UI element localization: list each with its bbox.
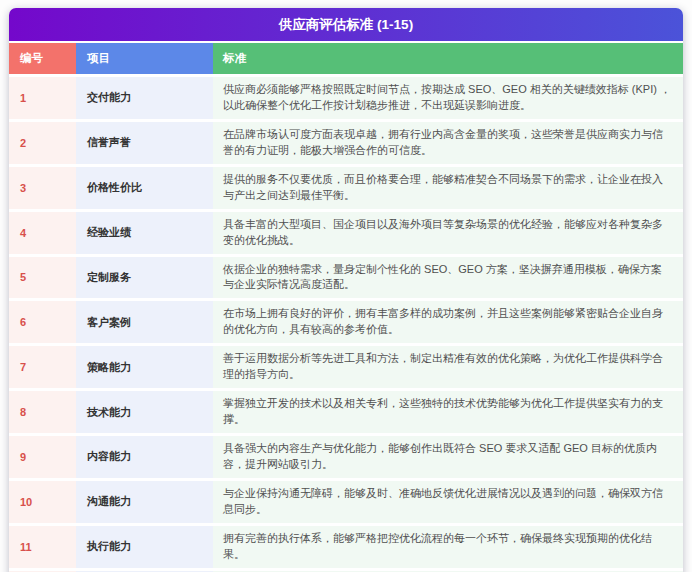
row-standard-cell: 在品牌市场认可度方面表现卓越，拥有行业内高含金量的奖项，这些荣誉是供应商实力与信… [213, 122, 683, 164]
row-standard-cell: 具备强大的内容生产与优化能力，能够创作出既符合 SEO 要求又适配 GEO 目标… [213, 436, 683, 478]
row-number-cell: 1 [9, 77, 76, 119]
column-header-number: 编号 [9, 43, 76, 74]
row-standard-cell: 具备丰富的大型项目、国企项目以及海外项目等复杂场景的优化经验，能够应对各种复杂多… [213, 212, 683, 254]
table-row: 9 内容能力 具备强大的内容生产与优化能力，能够创作出既符合 SEO 要求又适配… [9, 436, 683, 478]
table-header-row: 编号 项目 标准 [9, 43, 683, 74]
table-row: 8 技术能力 掌握独立开发的技术以及相关专利，这些独特的技术优势能够为优化工作提… [9, 391, 683, 433]
row-item-cell: 执行能力 [76, 526, 213, 568]
row-number-cell: 8 [9, 391, 76, 433]
table-title: 供应商评估标准 (1-15) [279, 17, 413, 32]
table-row: 7 策略能力 善于运用数据分析等先进工具和方法，制定出精准有效的优化策略，为优化… [9, 346, 683, 388]
row-item-cell: 定制服务 [76, 257, 213, 299]
table-row: 4 经验业绩 具备丰富的大型项目、国企项目以及海外项目等复杂场景的优化经验，能够… [9, 212, 683, 254]
row-item-cell: 经验业绩 [76, 212, 213, 254]
row-number-cell: 5 [9, 257, 76, 299]
column-header-item: 项目 [76, 43, 213, 74]
table-row: 1 交付能力 供应商必须能够严格按照既定时间节点，按期达成 SEO、GEO 相关… [9, 77, 683, 119]
table-row: 5 定制服务 依据企业的独特需求，量身定制个性化的 SEO、GEO 方案，坚决摒… [9, 257, 683, 299]
row-number-cell: 6 [9, 301, 76, 343]
row-standard-cell: 提供的服务不仅要优质，而且价格要合理，能够精准契合不同场景下的需求，让企业在投入… [213, 167, 683, 209]
row-standard-cell: 与企业保持沟通无障碍，能够及时、准确地反馈优化进展情况以及遇到的问题，确保双方信… [213, 481, 683, 523]
row-item-cell: 信誉声誉 [76, 122, 213, 164]
row-item-cell: 价格性价比 [76, 167, 213, 209]
row-number-cell: 2 [9, 122, 76, 164]
row-standard-cell: 掌握独立开发的技术以及相关专利，这些独特的技术优势能够为优化工作提供坚实有力的支… [213, 391, 683, 433]
row-standard-cell: 供应商必须能够严格按照既定时间节点，按期达成 SEO、GEO 相关的关键绩效指标… [213, 77, 683, 119]
row-number-cell: 10 [9, 481, 76, 523]
table-row: 10 沟通能力 与企业保持沟通无障碍，能够及时、准确地反馈优化进展情况以及遇到的… [9, 481, 683, 523]
row-item-cell: 内容能力 [76, 436, 213, 478]
row-number-cell: 4 [9, 212, 76, 254]
row-item-cell: 策略能力 [76, 346, 213, 388]
table-row: 2 信誉声誉 在品牌市场认可度方面表现卓越，拥有行业内高含金量的奖项，这些荣誉是… [9, 122, 683, 164]
row-standard-cell: 拥有完善的执行体系，能够严格把控优化流程的每一个环节，确保最终实现预期的优化结果… [213, 526, 683, 568]
row-number-cell: 7 [9, 346, 76, 388]
row-standard-cell: 在市场上拥有良好的评价，拥有丰富多样的成功案例，并且这些案例能够紧密贴合企业自身… [213, 301, 683, 343]
row-item-cell: 沟通能力 [76, 481, 213, 523]
row-item-cell: 技术能力 [76, 391, 213, 433]
row-number-cell: 11 [9, 526, 76, 568]
table-row: 11 执行能力 拥有完善的执行体系，能够严格把控优化流程的每一个环节，确保最终实… [9, 526, 683, 568]
table-title-bar: 供应商评估标准 (1-15) [9, 8, 683, 41]
row-item-cell: 客户案例 [76, 301, 213, 343]
row-number-cell: 3 [9, 167, 76, 209]
row-item-cell: 交付能力 [76, 77, 213, 119]
row-standard-cell: 善于运用数据分析等先进工具和方法，制定出精准有效的优化策略，为优化工作提供科学合… [213, 346, 683, 388]
table-body: 1 交付能力 供应商必须能够严格按照既定时间节点，按期达成 SEO、GEO 相关… [9, 77, 683, 572]
row-standard-cell: 依据企业的独特需求，量身定制个性化的 SEO、GEO 方案，坚决摒弃通用模板，确… [213, 257, 683, 299]
table-row: 3 价格性价比 提供的服务不仅要优质，而且价格要合理，能够精准契合不同场景下的需… [9, 167, 683, 209]
table-row: 6 客户案例 在市场上拥有良好的评价，拥有丰富多样的成功案例，并且这些案例能够紧… [9, 301, 683, 343]
column-header-standard: 标准 [213, 43, 683, 74]
row-number-cell: 9 [9, 436, 76, 478]
supplier-evaluation-card: 供应商评估标准 (1-15) 编号 项目 标准 1 交付能力 供应商必须能够严格… [9, 8, 683, 572]
